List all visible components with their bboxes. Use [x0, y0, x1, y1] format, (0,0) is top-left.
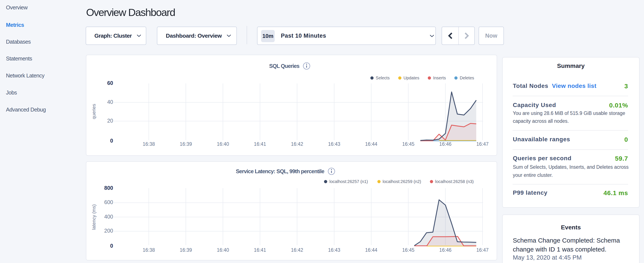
svg-text:600: 600	[104, 199, 113, 205]
svg-text:16:43: 16:43	[328, 247, 340, 253]
svg-text:16:47: 16:47	[476, 141, 489, 147]
svg-text:16:39: 16:39	[180, 141, 192, 147]
svg-text:16:38: 16:38	[143, 141, 155, 147]
svg-text:200: 200	[104, 228, 113, 234]
svg-text:16:46: 16:46	[439, 247, 452, 253]
svg-text:16:45: 16:45	[402, 247, 414, 253]
svg-text:16:41: 16:41	[254, 247, 266, 253]
svg-text:16:40: 16:40	[217, 141, 229, 147]
svg-text:16:44: 16:44	[365, 141, 378, 147]
svg-text:16:45: 16:45	[402, 141, 414, 147]
svg-text:16:41: 16:41	[254, 141, 266, 147]
svg-text:0: 0	[110, 243, 113, 249]
svg-text:16:44: 16:44	[365, 247, 378, 253]
svg-text:20: 20	[107, 118, 113, 124]
svg-text:16:43: 16:43	[328, 141, 340, 147]
svg-text:16:38: 16:38	[143, 247, 155, 253]
svg-text:400: 400	[104, 214, 113, 220]
svg-text:16:42: 16:42	[291, 141, 304, 147]
svg-text:60: 60	[107, 80, 113, 86]
svg-text:16:47: 16:47	[476, 247, 489, 253]
svg-text:16:46: 16:46	[439, 141, 452, 147]
svg-text:16:40: 16:40	[217, 247, 229, 253]
svg-text:800: 800	[104, 185, 113, 191]
svg-text:queries: queries	[91, 104, 96, 119]
svg-text:16:39: 16:39	[180, 247, 192, 253]
svg-text:latency (ms): latency (ms)	[91, 204, 96, 230]
svg-text:0: 0	[110, 138, 113, 144]
svg-text:16:42: 16:42	[291, 247, 304, 253]
svg-text:40: 40	[107, 99, 113, 105]
